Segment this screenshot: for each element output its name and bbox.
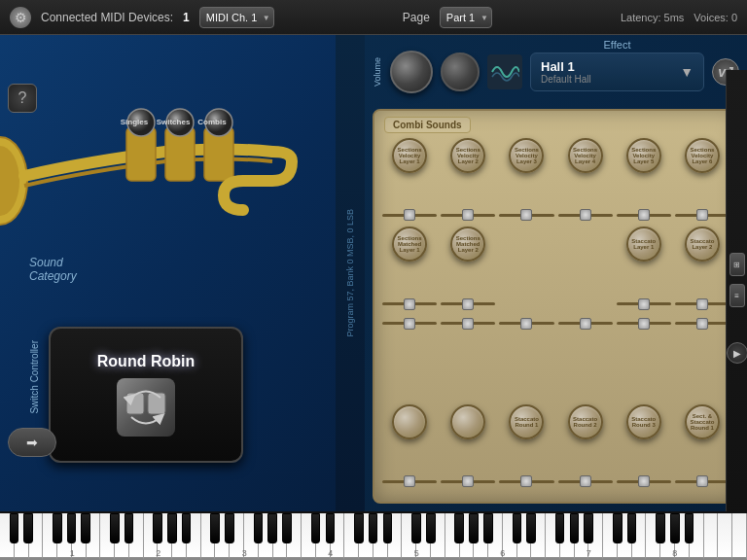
black-key[interactable] (124, 513, 134, 543)
combi-knob[interactable]: Sections Velocity Layer 2 (450, 138, 485, 173)
combi-slider-row[interactable] (617, 473, 671, 489)
combi-slider-row[interactable] (558, 316, 613, 332)
combi-slider-row[interactable] (499, 473, 553, 489)
black-key[interactable] (526, 513, 536, 543)
black-key[interactable] (167, 513, 177, 543)
combi-slider-thumb[interactable] (404, 475, 415, 487)
effect-knob[interactable] (441, 52, 480, 91)
combi-slider-row[interactable] (441, 297, 495, 312)
black-key[interactable] (354, 513, 364, 543)
black-key[interactable] (67, 513, 77, 543)
combi-slider-thumb[interactable] (462, 298, 474, 310)
combi-slider-row[interactable] (675, 297, 729, 312)
effect-dropdown-button[interactable]: ▼ (680, 64, 694, 80)
combi-slider-row[interactable] (675, 207, 729, 223)
black-key[interactable] (383, 513, 393, 543)
black-key[interactable] (469, 513, 479, 543)
combi-slider-thumb[interactable] (462, 475, 474, 487)
black-key[interactable] (311, 513, 321, 543)
black-key[interactable] (110, 513, 120, 543)
combi-knob[interactable]: Sections Matched Layer 1 (392, 227, 427, 262)
combi-slider-row[interactable] (617, 316, 671, 332)
combi-slider-thumb[interactable] (696, 209, 708, 221)
combi-slider-row[interactable] (558, 473, 613, 489)
black-key[interactable] (627, 513, 637, 543)
combi-slider-row[interactable] (499, 316, 553, 332)
combi-slider-thumb[interactable] (580, 318, 591, 330)
black-key[interactable] (555, 513, 565, 543)
combi-knob[interactable]: Sections Velocity Layer 4 (568, 138, 603, 173)
combi-slider-thumb[interactable] (462, 318, 474, 330)
combi-slider-row[interactable] (617, 297, 671, 312)
midi-channel-wrapper[interactable]: MIDI Ch. 1 MIDI Ch. 2 (199, 7, 274, 28)
black-key[interactable] (53, 513, 62, 543)
combi-knob[interactable]: Staccato Layer 2 (685, 227, 720, 262)
combi-knob[interactable]: Sections Velocity Layer 1 (392, 138, 427, 173)
black-key[interactable] (670, 513, 680, 543)
combi-slider-row[interactable] (675, 473, 729, 489)
combi-knob[interactable]: Staccato Round 3 (626, 404, 661, 439)
combi-slider-row[interactable] (382, 297, 437, 312)
black-key[interactable] (267, 513, 277, 543)
combi-knob[interactable] (450, 404, 485, 439)
black-key[interactable] (182, 513, 192, 543)
combi-slider-thumb[interactable] (580, 475, 591, 487)
black-key[interactable] (411, 513, 421, 543)
black-key[interactable] (483, 513, 493, 543)
black-key[interactable] (513, 513, 522, 543)
black-key[interactable] (225, 513, 234, 543)
combi-slider-thumb[interactable] (404, 318, 415, 330)
midi-channel-select[interactable]: MIDI Ch. 1 MIDI Ch. 2 (199, 7, 274, 28)
combi-slider-thumb[interactable] (462, 209, 474, 221)
black-key[interactable] (282, 513, 292, 543)
combi-slider-thumb[interactable] (696, 318, 708, 330)
combi-slider-thumb[interactable] (520, 209, 532, 221)
combi-slider-row[interactable] (441, 473, 495, 489)
combi-slider-row[interactable] (382, 207, 437, 223)
list-view-button[interactable]: ≡ (729, 284, 745, 307)
black-key[interactable] (23, 513, 33, 543)
combi-slider-row[interactable] (441, 207, 495, 223)
combi-slider-thumb[interactable] (520, 318, 532, 330)
combi-slider-row[interactable] (617, 207, 671, 223)
combi-knob[interactable]: Staccato Round 1 (509, 404, 544, 439)
combi-knob[interactable]: Sections Matched Layer 2 (450, 227, 485, 262)
combi-knob[interactable]: Sections Velocity Layer 6 (685, 138, 720, 173)
combi-knob[interactable]: Sections Velocity Layer 3 (509, 138, 544, 173)
black-key[interactable] (326, 513, 336, 543)
black-key[interactable] (10, 513, 19, 543)
black-key[interactable] (81, 513, 90, 543)
combi-slider-thumb[interactable] (638, 318, 650, 330)
combi-knob[interactable]: Sect. & Staccato Round 1 (685, 404, 720, 439)
combi-slider-row[interactable] (382, 473, 437, 489)
black-key[interactable] (254, 513, 264, 543)
combi-slider-thumb[interactable] (638, 298, 650, 310)
combi-knob[interactable] (392, 404, 427, 439)
combi-slider-thumb[interactable] (580, 209, 591, 221)
grid-view-button[interactable]: ⊞ (729, 253, 745, 276)
combi-slider-thumb[interactable] (696, 298, 708, 310)
next-button[interactable]: ➡ (8, 428, 56, 457)
black-key[interactable] (656, 513, 665, 543)
round-robin-box[interactable]: Round Robin (49, 327, 243, 463)
combi-slider-thumb[interactable] (696, 475, 708, 487)
combi-slider-row[interactable] (499, 207, 553, 223)
black-key[interactable] (454, 513, 464, 543)
black-key[interactable] (570, 513, 580, 543)
combi-slider-thumb[interactable] (638, 209, 650, 221)
black-key[interactable] (685, 513, 694, 543)
black-key[interactable] (210, 513, 220, 543)
combi-knob[interactable]: Staccato Layer 1 (626, 227, 661, 262)
combi-slider-thumb[interactable] (404, 209, 415, 221)
combi-slider-thumb[interactable] (638, 475, 650, 487)
combi-slider-thumb[interactable] (520, 475, 532, 487)
page-select[interactable]: Part 1 Part 2 (440, 7, 492, 28)
black-key[interactable] (426, 513, 436, 543)
page-select-wrapper[interactable]: Part 1 Part 2 (440, 7, 492, 28)
page-nav-button[interactable]: ▶ (727, 342, 748, 364)
black-key[interactable] (584, 513, 593, 543)
combi-knob[interactable]: Staccato Round 2 (568, 404, 603, 439)
black-key[interactable] (613, 513, 622, 543)
black-key[interactable] (369, 513, 378, 543)
combi-slider-row[interactable] (558, 207, 613, 223)
